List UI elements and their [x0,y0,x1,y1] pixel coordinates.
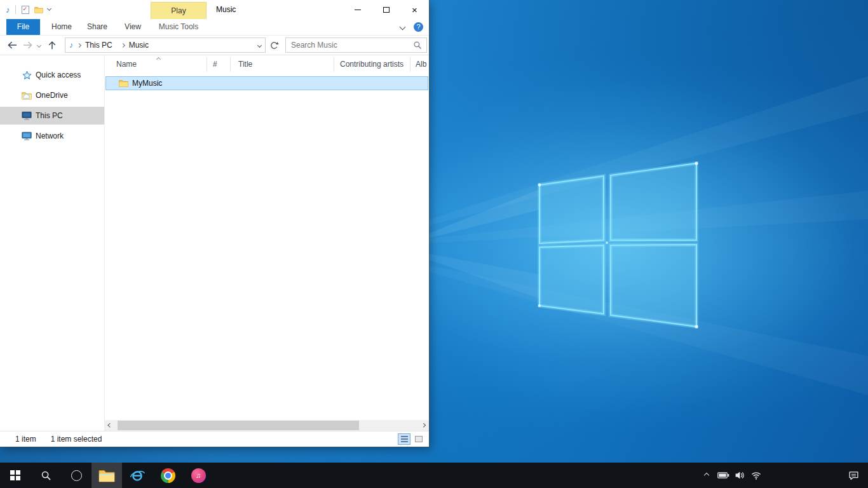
scrollbar-track[interactable] [116,420,418,431]
recent-locations-icon[interactable] [37,43,41,47]
action-center-icon [848,470,859,481]
cortana-button[interactable] [61,463,92,488]
minimize-icon [355,10,361,10]
window-body: Quick access OneDrive This PC Network Na… [0,55,429,431]
file-name: MyMusic [132,79,162,88]
tab-view[interactable]: View [115,19,151,35]
search-icon[interactable] [413,41,422,50]
sidebar-item-label: Network [36,132,64,140]
chrome-taskbar-button[interactable] [153,463,183,488]
sidebar-item-network[interactable]: Network [0,127,104,145]
sidebar-item-this-pc[interactable]: This PC [0,107,104,125]
itunes-icon: ♫ [191,468,206,483]
volume-tray-button[interactable] [731,463,748,488]
network-tray-button[interactable] [748,463,764,488]
status-bar: 1 item 1 item selected [0,431,429,447]
breadcrumb-this-pc[interactable]: This PC [81,41,117,50]
large-icons-view-button[interactable] [412,433,425,445]
qat-separator [15,5,16,14]
volume-icon [735,470,745,480]
sort-ascending-icon [156,57,161,62]
column-header-title[interactable]: Title [238,55,252,74]
qat-customize-icon[interactable] [46,6,51,11]
chevron-left-icon [108,423,112,427]
address-music-icon: ♪ [69,41,73,50]
sidebar-item-onedrive[interactable]: OneDrive [0,86,104,104]
horizontal-scrollbar[interactable] [105,420,429,431]
up-button[interactable] [47,40,57,50]
maximize-icon [383,7,390,13]
close-button[interactable]: × [400,0,429,19]
details-view-icon [401,436,408,442]
chevron-down-icon [257,43,261,47]
search-icon [41,470,51,481]
help-button[interactable]: ? [414,22,423,32]
scroll-left-button[interactable] [105,420,116,431]
forward-button[interactable] [22,40,34,50]
taskbar: ♫ [0,463,868,488]
scroll-right-button[interactable] [418,420,429,431]
file-list-pane: Name # Title Contributing artists Alb My… [105,55,429,431]
ribbon-tab-row: File Home Share View Music Tools ? [0,19,429,36]
file-explorer-icon [98,469,115,482]
search-box[interactable] [285,37,427,53]
tab-home[interactable]: Home [44,19,79,35]
monitor-icon [22,111,32,120]
qat-new-folder-icon[interactable] [34,6,43,13]
start-button[interactable] [0,463,31,488]
star-icon [22,71,32,80]
tab-music-tools[interactable]: Music Tools [151,19,207,35]
action-center-button[interactable] [839,463,868,488]
internet-explorer-taskbar-button[interactable] [122,463,153,488]
taskbar-search-button[interactable] [31,463,61,488]
tab-file[interactable]: File [6,19,40,35]
selection-count: 1 item selected [51,435,102,444]
cortana-circle-icon [71,470,82,481]
file-row-mymusic[interactable]: MyMusic [105,76,428,90]
expand-ribbon-icon[interactable] [400,24,406,30]
onedrive-folder-icon [22,92,32,100]
sidebar-item-label: OneDrive [36,91,68,100]
refresh-button[interactable] [269,41,279,50]
address-dropdown-icon[interactable] [254,38,265,52]
maximize-button[interactable] [372,0,400,19]
chrome-icon [161,468,175,483]
breadcrumb-music[interactable]: Music [125,41,153,50]
qat-properties-icon[interactable] [22,6,29,14]
minimize-button[interactable] [343,0,372,19]
sidebar-item-quick-access[interactable]: Quick access [0,66,104,84]
column-header-number[interactable]: # [213,55,217,74]
system-tray [698,463,868,488]
column-header-album[interactable]: Alb [416,55,426,74]
network-icon [22,132,32,140]
column-separator[interactable] [334,57,334,72]
column-separator[interactable] [410,57,410,72]
folder-icon [119,79,128,87]
internet-explorer-icon [129,467,146,484]
details-view-button[interactable] [398,433,410,445]
app-music-icon[interactable]: ♪ [6,5,10,15]
wifi-icon [751,471,761,480]
column-separator[interactable] [230,57,231,72]
title-bar[interactable]: ♪ Play Music × [0,0,429,19]
tab-share[interactable]: Share [79,19,115,35]
column-header-contributing-artists[interactable]: Contributing artists [340,55,403,74]
window-controls: × [343,0,429,19]
scrollbar-thumb[interactable] [118,421,359,430]
column-separator[interactable] [207,57,207,72]
contextual-tab-play[interactable]: Play [151,2,207,19]
column-header-name[interactable]: Name [116,55,137,74]
file-explorer-taskbar-button[interactable] [92,463,122,488]
window-title: Music [216,0,236,19]
show-hidden-icons-button[interactable] [698,463,715,488]
search-input[interactable] [286,41,413,50]
itunes-taskbar-button[interactable]: ♫ [183,463,214,488]
address-bar[interactable]: ♪ This PC Music [65,37,266,53]
back-button[interactable] [6,40,18,50]
battery-tray-button[interactable] [715,463,731,488]
explorer-window: ♪ Play Music × File Home Share View Musi… [0,0,429,447]
music-notes-glyph: ♫ [196,471,201,479]
large-icons-view-icon [415,436,423,442]
address-bar-row: ♪ This PC Music [0,36,429,55]
navigation-pane: Quick access OneDrive This PC Network [0,55,105,431]
